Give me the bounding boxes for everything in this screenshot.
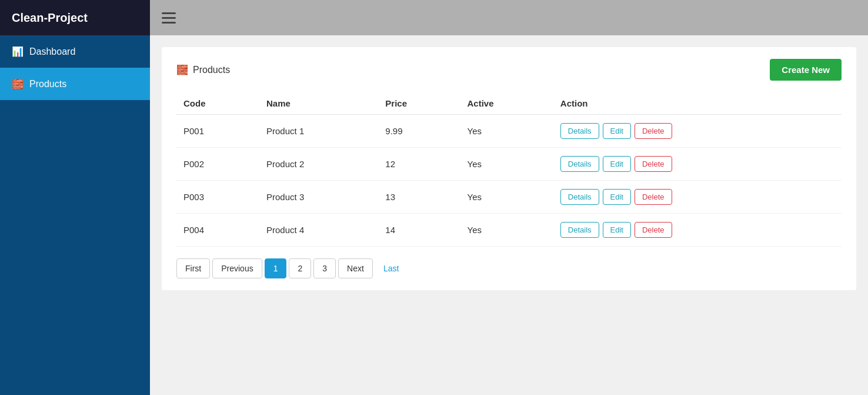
layout: 📊 Dashboard 🧱 Products 🧱 Products Create…: [0, 35, 868, 395]
details-button-0[interactable]: Details: [560, 123, 599, 139]
cell-action-2: Details Edit Delete: [553, 181, 842, 214]
top-navbar: Clean-Project: [0, 0, 868, 35]
pagination-next[interactable]: Next: [338, 258, 373, 278]
delete-button-0[interactable]: Delete: [635, 123, 672, 139]
delete-button-1[interactable]: Delete: [635, 156, 672, 172]
edit-button-3[interactable]: Edit: [603, 222, 631, 238]
col-header-name: Name: [259, 92, 378, 115]
delete-button-2[interactable]: Delete: [635, 189, 672, 205]
cell-active-0: Yes: [460, 115, 553, 148]
brand-area: Clean-Project: [0, 0, 150, 35]
cell-price-1: 12: [378, 148, 460, 181]
hamburger-line-1: [162, 12, 176, 14]
col-header-code: Code: [176, 92, 259, 115]
cell-active-2: Yes: [460, 181, 553, 214]
hamburger-icon[interactable]: [162, 12, 176, 24]
pagination: First Previous 1 2 3 Next Last: [176, 258, 842, 278]
col-header-action: Action: [553, 92, 842, 115]
page-header-icon: 🧱: [176, 64, 188, 75]
card-header-left: 🧱 Products: [176, 64, 230, 75]
hamburger-area[interactable]: [150, 12, 188, 24]
pagination-page-2[interactable]: 2: [289, 258, 311, 278]
pagination-previous[interactable]: Previous: [212, 258, 262, 278]
cell-code-2: P003: [176, 181, 259, 214]
action-btns-1: Details Edit Delete: [560, 156, 834, 172]
details-button-1[interactable]: Details: [560, 156, 599, 172]
dashboard-icon: 📊: [12, 46, 24, 57]
cell-name-1: Product 2: [259, 148, 378, 181]
action-btns-0: Details Edit Delete: [560, 123, 834, 139]
col-header-price: Price: [378, 92, 460, 115]
cell-code-0: P001: [176, 115, 259, 148]
page-title: Products: [193, 65, 230, 75]
cell-code-1: P002: [176, 148, 259, 181]
pagination-last[interactable]: Last: [375, 258, 407, 278]
sidebar-item-products[interactable]: 🧱 Products: [0, 68, 150, 100]
details-button-2[interactable]: Details: [560, 189, 599, 205]
cell-action-3: Details Edit Delete: [553, 214, 842, 247]
cell-code-3: P004: [176, 214, 259, 247]
cell-name-3: Product 4: [259, 214, 378, 247]
table-row: P003 Product 3 13 Yes Details Edit Delet…: [176, 181, 842, 214]
edit-button-2[interactable]: Edit: [603, 189, 631, 205]
hamburger-line-2: [162, 17, 176, 19]
details-button-3[interactable]: Details: [560, 222, 599, 238]
cell-price-3: 14: [378, 214, 460, 247]
cell-price-2: 13: [378, 181, 460, 214]
main-content: 🧱 Products Create New Code Name Price Ac…: [150, 35, 868, 395]
cell-price-0: 9.99: [378, 115, 460, 148]
sidebar: 📊 Dashboard 🧱 Products: [0, 35, 150, 395]
cell-active-1: Yes: [460, 148, 553, 181]
table-row: P004 Product 4 14 Yes Details Edit Delet…: [176, 214, 842, 247]
create-new-button[interactable]: Create New: [770, 59, 842, 81]
table-row: P002 Product 2 12 Yes Details Edit Delet…: [176, 148, 842, 181]
pagination-first[interactable]: First: [176, 258, 210, 278]
table-row: P001 Product 1 9.99 Yes Details Edit Del…: [176, 115, 842, 148]
pagination-page-3[interactable]: 3: [313, 258, 336, 278]
cell-action-0: Details Edit Delete: [553, 115, 842, 148]
products-icon: 🧱: [12, 78, 24, 89]
sidebar-label-dashboard: Dashboard: [29, 47, 75, 57]
delete-button-3[interactable]: Delete: [635, 222, 672, 238]
sidebar-item-dashboard[interactable]: 📊 Dashboard: [0, 35, 150, 68]
cell-name-0: Product 1: [259, 115, 378, 148]
products-card: 🧱 Products Create New Code Name Price Ac…: [162, 47, 856, 290]
cell-name-2: Product 3: [259, 181, 378, 214]
hamburger-line-3: [162, 22, 176, 24]
table-header-row: Code Name Price Active Action: [176, 92, 842, 115]
edit-button-0[interactable]: Edit: [603, 123, 631, 139]
brand-title: Clean-Project: [12, 11, 88, 25]
card-header: 🧱 Products Create New: [176, 59, 842, 81]
sidebar-label-products: Products: [29, 79, 66, 89]
action-btns-2: Details Edit Delete: [560, 189, 834, 205]
action-btns-3: Details Edit Delete: [560, 222, 834, 238]
products-table: Code Name Price Active Action P001 Produ…: [176, 92, 842, 247]
edit-button-1[interactable]: Edit: [603, 156, 631, 172]
cell-action-1: Details Edit Delete: [553, 148, 842, 181]
pagination-page-1[interactable]: 1: [265, 258, 287, 278]
col-header-active: Active: [460, 92, 553, 115]
cell-active-3: Yes: [460, 214, 553, 247]
